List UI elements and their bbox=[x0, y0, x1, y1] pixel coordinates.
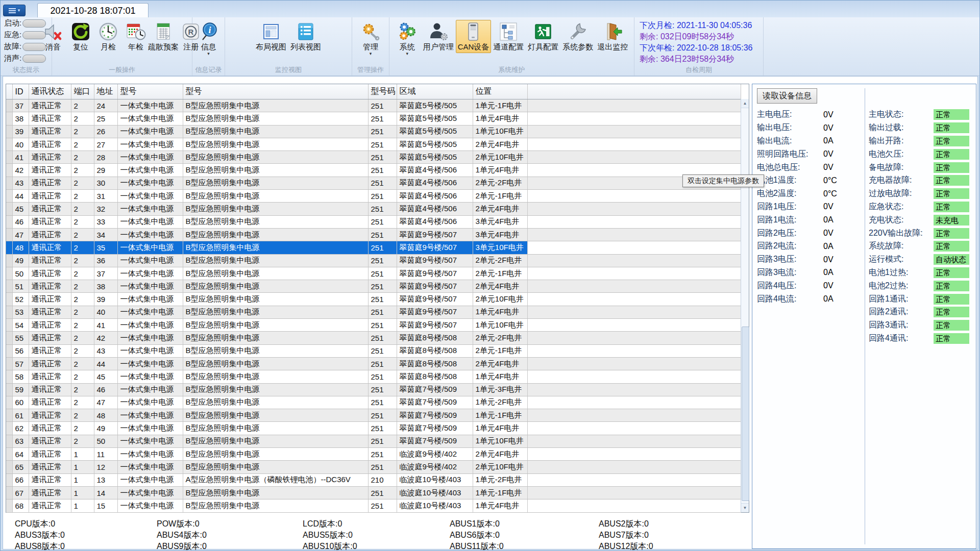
table-cell: 一体式集中电源 bbox=[117, 112, 183, 125]
selfcheck-line: 下次年检: 2022-10-28 18:05:36 bbox=[640, 42, 763, 54]
toolbar-button-system-params[interactable]: 系统参数 bbox=[560, 20, 595, 53]
toolbar-button-can-device[interactable]: CAN设备 bbox=[456, 20, 492, 53]
measurement-row: 回路3电流:0A bbox=[757, 266, 862, 280]
table-row[interactable]: 58通讯正常245一体式集中电源B型应急照明集中电源251翠茵庭8号楼/5081… bbox=[6, 370, 741, 383]
toolbar-button-lamp-config[interactable]: 灯具配置 bbox=[526, 20, 560, 53]
toolbar-button-channel-config[interactable]: 通道配置 bbox=[491, 20, 526, 53]
tab-datetime[interactable]: 2021-10-28 18:07:01 bbox=[37, 3, 149, 18]
table-cell: 210 bbox=[368, 473, 397, 486]
column-header[interactable]: 通讯状态 bbox=[29, 84, 71, 99]
vertical-scrollbar[interactable]: ▲ ▼ bbox=[741, 99, 749, 512]
table-row[interactable]: 42通讯正常229一体式集中电源B型应急照明集中电源251翠茵庭4号楼/5061… bbox=[6, 164, 741, 177]
system-params-icon bbox=[568, 21, 588, 42]
column-header[interactable]: 区域 bbox=[397, 84, 473, 99]
table-row[interactable]: 44通讯正常231一体式集中电源B型应急照明集中电源251翠茵庭4号楼/5062… bbox=[6, 190, 741, 203]
table-row[interactable]: 46通讯正常233一体式集中电源B型应急照明集中电源251翠茵庭4号楼/5063… bbox=[6, 215, 741, 228]
table-cell: 翠茵庭9号楼/507 bbox=[397, 306, 473, 318]
table-row[interactable]: 49通讯正常236一体式集中电源B型应急照明集中电源251翠茵庭9号楼/5072… bbox=[6, 254, 741, 267]
table-row[interactable]: 59通讯正常246一体式集中电源B型应急照明集中电源251翠茵庭7号楼/5091… bbox=[6, 383, 741, 396]
table-row[interactable]: 48通讯正常235一体式集中电源B型应急照明集中电源251翠茵庭9号楼/5073… bbox=[6, 241, 741, 254]
device-status-label: 主电状态: bbox=[869, 109, 934, 120]
table-cell: 2 bbox=[71, 228, 94, 241]
table-cell: 通讯正常 bbox=[29, 422, 71, 435]
table-cell: 66 bbox=[12, 473, 29, 486]
table-cell: 通讯正常 bbox=[29, 267, 71, 280]
toolbar-button-info[interactable]: i信息▾ bbox=[195, 20, 223, 58]
table-row[interactable]: 61通讯正常248一体式集中电源B型应急照明集中电源251翠茵庭7号楼/5091… bbox=[6, 409, 741, 422]
table-cell: 2 bbox=[71, 332, 94, 344]
status-badge: 正常 bbox=[934, 188, 969, 199]
table-row[interactable]: 63通讯正常250一体式集中电源B型应急照明集中电源251翠茵庭7号楼/5091… bbox=[6, 435, 741, 447]
tooltip: 双击设定集中电源参数 bbox=[682, 174, 764, 187]
scrollbar-thumb[interactable] bbox=[742, 327, 749, 501]
toolbar-button-user-manage[interactable]: 用户管理 bbox=[421, 20, 456, 53]
toolbar-button-layout-view[interactable]: 布局视图 bbox=[254, 20, 288, 53]
menu-button[interactable]: ▾ bbox=[3, 5, 26, 16]
table-cell: 翠茵庭5号楼/505 bbox=[397, 99, 473, 112]
table-cell: 一体式集中电源 bbox=[117, 422, 183, 435]
scroll-down-arrow[interactable]: ▼ bbox=[741, 503, 749, 512]
table-row[interactable]: 53通讯正常240一体式集中电源B型应急照明集中电源251翠茵庭9号楼/5071… bbox=[6, 306, 741, 318]
column-header[interactable]: 型号 bbox=[183, 84, 368, 99]
toolbar-button-exit-monitor[interactable]: 退出监控 bbox=[595, 20, 630, 53]
status-badge: 正常 bbox=[934, 162, 969, 173]
table-cell: A型应急照明集中电源（磷酸铁锂电池）--DC36V bbox=[183, 473, 368, 486]
table-row[interactable]: 43通讯正常230一体式集中电源B型应急照明集中电源251翠茵庭4号楼/5062… bbox=[6, 177, 741, 189]
column-header[interactable]: 地址 bbox=[94, 84, 117, 99]
toolbar-button-system-gears[interactable]: 系统▾ bbox=[394, 20, 421, 58]
table-row[interactable]: 64通讯正常111一体式集中电源B型应急照明集中电源251临波庭9号楼/4022… bbox=[6, 448, 741, 461]
column-header[interactable]: 端口 bbox=[71, 84, 94, 99]
column-header[interactable]: 型号码 bbox=[368, 84, 397, 99]
table-row[interactable]: 67通讯正常114一体式集中电源B型应急照明集中电源251临波庭10号楼/403… bbox=[6, 486, 741, 499]
table-row[interactable]: 39通讯正常226一体式集中电源B型应急照明集中电源251翠茵庭5号楼/5051… bbox=[6, 125, 741, 138]
table-row[interactable]: 52通讯正常239一体式集中电源B型应急照明集中电源251翠茵庭9号楼/5072… bbox=[6, 293, 741, 306]
table-cell: 44 bbox=[94, 357, 117, 370]
toolbar-button-annual-check[interactable]: 年检 bbox=[122, 20, 150, 53]
table-cell: 临波庭10号楼/403 bbox=[397, 499, 473, 512]
toolbar-button-evacuation-plan[interactable]: 疏散预案 bbox=[150, 20, 177, 53]
column-header[interactable]: 位置 bbox=[473, 84, 527, 99]
column-header[interactable] bbox=[527, 84, 741, 99]
table-cell: 通讯正常 bbox=[29, 396, 71, 409]
table-row[interactable]: 66通讯正常113一体式集中电源A型应急照明集中电源（磷酸铁锂电池）--DC36… bbox=[6, 473, 741, 486]
table-row[interactable]: 68通讯正常115一体式集中电源B型应急照明集中电源251临波庭10号楼/403… bbox=[6, 499, 741, 512]
column-header[interactable]: ID bbox=[12, 84, 29, 99]
toolbar-button-manage-gear[interactable]: 管理▾ bbox=[357, 20, 384, 58]
table-cell: 38 bbox=[94, 280, 117, 293]
table-cell: 翠茵庭7号楼/509 bbox=[397, 422, 473, 435]
table-row[interactable]: 47通讯正常234一体式集中电源B型应急照明集中电源251翠茵庭9号楼/5073… bbox=[6, 228, 741, 241]
toolbar-button-monthly-check[interactable]: 月检 bbox=[94, 20, 122, 53]
table-row[interactable]: 54通讯正常241一体式集中电源B型应急照明集中电源251翠茵庭9号楼/5071… bbox=[6, 319, 741, 332]
table-row[interactable]: 60通讯正常247一体式集中电源B型应急照明集中电源251翠茵庭7号楼/5091… bbox=[6, 396, 741, 409]
table-cell: 翠茵庭9号楼/507 bbox=[397, 254, 473, 267]
table-row[interactable]: 51通讯正常238一体式集中电源B型应急照明集中电源251翠茵庭9号楼/5072… bbox=[6, 280, 741, 293]
table-row[interactable]: 65通讯正常112一体式集中电源B型应急照明集中电源251临波庭9号楼/4022… bbox=[6, 461, 741, 473]
table-row[interactable]: 50通讯正常237一体式集中电源B型应急照明集中电源251翠茵庭9号楼/5072… bbox=[6, 267, 741, 280]
table-cell: 1 bbox=[71, 448, 94, 461]
table-row[interactable]: 37通讯正常224一体式集中电源B型应急照明集中电源251翠茵庭5号楼/5051… bbox=[6, 99, 741, 112]
table-row[interactable]: 41通讯正常228一体式集中电源B型应急照明集中电源251翠茵庭5号楼/5052… bbox=[6, 151, 741, 164]
table-row[interactable]: 45通讯正常232一体式集中电源B型应急照明集中电源251翠茵庭4号楼/5062… bbox=[6, 203, 741, 215]
table-cell: 一体式集中电源 bbox=[117, 267, 183, 280]
table-row[interactable]: 56通讯正常243一体式集中电源B型应急照明集中电源251翠茵庭8号楼/5082… bbox=[6, 344, 741, 357]
column-header[interactable]: 型号 bbox=[117, 84, 183, 99]
table-cell: 一体式集中电源 bbox=[117, 396, 183, 409]
device-status-label: 回路2通讯: bbox=[869, 307, 934, 317]
table-row[interactable]: 38通讯正常225一体式集中电源B型应急照明集中电源251翠茵庭5号楼/5051… bbox=[6, 112, 741, 125]
toolbar-button-mute-speaker[interactable]: 消音 bbox=[39, 20, 67, 53]
read-device-info-button[interactable]: 读取设备信息 bbox=[757, 88, 817, 104]
column-header[interactable] bbox=[6, 84, 12, 99]
row-marker bbox=[6, 422, 12, 435]
table-cell-empty bbox=[527, 370, 741, 383]
table-cell: 2单元-2F电井 bbox=[473, 177, 527, 189]
table-row[interactable]: 40通讯正常227一体式集中电源B型应急照明集中电源251翠茵庭5号楼/5052… bbox=[6, 138, 741, 151]
table-row[interactable]: 57通讯正常244一体式集中电源B型应急照明集中电源251翠茵庭8号楼/5082… bbox=[6, 357, 741, 370]
table-row[interactable]: 55通讯正常242一体式集中电源B型应急照明集中电源251翠茵庭8号楼/5082… bbox=[6, 332, 741, 344]
toolbar-button-list-view[interactable]: 列表视图 bbox=[288, 20, 323, 53]
scroll-up-arrow[interactable]: ▲ bbox=[741, 99, 749, 108]
table-cell: 251 bbox=[368, 344, 397, 357]
status-indicator-row: 消声: bbox=[4, 55, 52, 62]
table-cell: 2 bbox=[71, 383, 94, 396]
table-row[interactable]: 62通讯正常249一体式集中电源B型应急照明集中电源251翠茵庭7号楼/5091… bbox=[6, 422, 741, 435]
toolbar-button-reset[interactable]: 复位 bbox=[67, 20, 94, 53]
